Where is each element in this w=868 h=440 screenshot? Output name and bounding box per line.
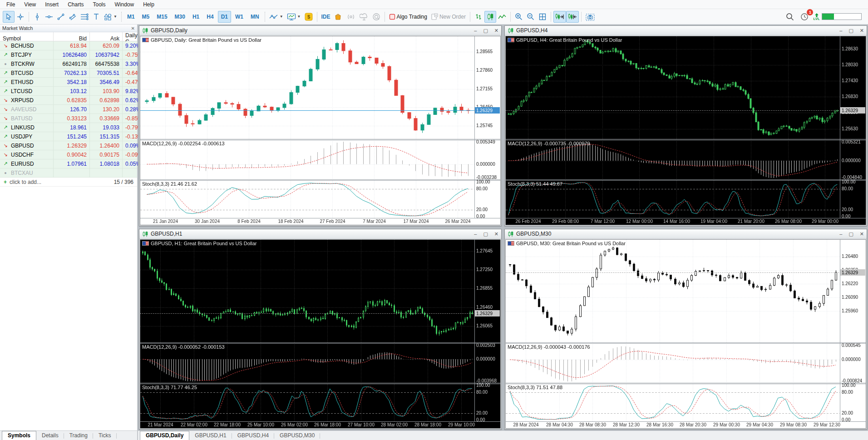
up-arrow-icon: ↗: [0, 79, 11, 85]
dollar-button[interactable]: $: [303, 11, 315, 23]
bar-chart-type-button[interactable]: [473, 11, 484, 23]
search-button[interactable]: [784, 11, 796, 23]
chart-tab-gbpusd-m30[interactable]: GBPUSD,M30: [274, 431, 320, 440]
panel-tab-symbols[interactable]: Symbols: [2, 431, 36, 440]
menu-view[interactable]: View: [20, 0, 40, 9]
timeframe-h1-button[interactable]: H1: [189, 11, 202, 23]
timeframe-w1-button[interactable]: W1: [232, 11, 247, 23]
maximize-icon[interactable]: ▢: [483, 28, 488, 34]
market-watch-row-batusd[interactable]: ↘BATUSD0.331230.33669-0.85%: [0, 114, 137, 123]
market-watch-row-gbpusd[interactable]: ↘GBPUSD1.263291.264000.09%: [0, 141, 137, 150]
market-watch-row-aaveusd[interactable]: ↘AAVEUSD126.70130.200.28%: [0, 105, 137, 114]
trendline-tool-button[interactable]: [55, 11, 67, 23]
maximize-icon[interactable]: ▢: [483, 231, 488, 237]
minimize-icon[interactable]: –: [839, 28, 842, 34]
menu-file[interactable]: File: [2, 0, 20, 9]
horizontal-line-tool-button[interactable]: [43, 11, 55, 23]
community-button[interactable]: [370, 11, 382, 23]
close-icon[interactable]: ✕: [494, 28, 498, 34]
level-indicator[interactable]: LVL: [813, 13, 820, 20]
chart-tab-gbpusd-h4[interactable]: GBPUSD,H4: [232, 431, 274, 440]
channel-tool-button[interactable]: [67, 11, 79, 23]
objects-button[interactable]: ▼: [285, 11, 303, 23]
zoom-in-button[interactable]: [513, 11, 525, 23]
ide-button[interactable]: IDE: [320, 11, 332, 23]
market-watch-footer[interactable]: + click to add... 15 / 396: [0, 178, 137, 187]
chart-window-m30-titlebar[interactable]: GBPUSD,M30 –▢✕: [505, 229, 867, 239]
market-watch-row-linkusd[interactable]: ↗LINKUSD18.96119.033-0.79%: [0, 123, 137, 132]
chart-canvas-daily[interactable]: [140, 36, 500, 225]
timeframe-d1-button[interactable]: D1: [218, 11, 231, 23]
timeframe-h4-button[interactable]: H4: [203, 11, 217, 23]
market-watch-row-xrpusd[interactable]: ↘XRPUSD0.628350.628980.62%: [0, 96, 137, 105]
algo-trading-button[interactable]: Algo Trading: [387, 11, 429, 23]
screenshot-button[interactable]: [584, 11, 597, 23]
close-icon[interactable]: ✕: [860, 231, 864, 237]
cursor-tool-button[interactable]: [3, 11, 15, 23]
timeframe-m1-button[interactable]: M1: [124, 11, 138, 23]
signals-button[interactable]: [344, 11, 358, 23]
vertical-line-tool-button[interactable]: [31, 11, 43, 23]
line-chart-type-button[interactable]: [496, 11, 508, 23]
market-watch-row-ethusd[interactable]: ↗ETHUSD3542.183546.49-0.47%: [0, 78, 137, 87]
market-watch-row-btcusd[interactable]: ↗BTCUSD70262.1370305.51-0.64%: [0, 69, 137, 78]
indicators-button[interactable]: ▼: [267, 11, 285, 23]
chart-window-h1-titlebar[interactable]: GBPUSD,H1 –▢✕: [139, 229, 501, 239]
menu-window[interactable]: Window: [110, 0, 139, 9]
chart-canvas-h4[interactable]: [506, 36, 866, 225]
market-watch-close-icon[interactable]: ✕: [131, 26, 135, 31]
market-watch-row-btckrw[interactable]: ●BTCKRW66249178664755383.30%: [0, 59, 137, 69]
timeframe-m15-button[interactable]: M15: [153, 11, 170, 23]
click-to-add-label[interactable]: click to add...: [10, 179, 41, 185]
menu-charts[interactable]: Charts: [63, 0, 88, 9]
notifications-button[interactable]: 1: [799, 11, 810, 23]
crosshair-tool-button[interactable]: [15, 11, 26, 23]
symbol-name: USDJPY: [11, 132, 54, 141]
market-watch-row-usdchf[interactable]: ↘USDCHF0.900420.90175-0.09%: [0, 150, 137, 159]
candle-chart-type-button[interactable]: [484, 11, 496, 23]
market-store-button[interactable]: [332, 11, 344, 23]
timeframe-m30-button[interactable]: M30: [172, 11, 188, 23]
menu-help[interactable]: Help: [138, 0, 159, 9]
vps-button[interactable]: [358, 11, 370, 23]
scroll-to-end-button[interactable]: [553, 11, 566, 23]
market-watch-row-usdjpy[interactable]: ↗USDJPY151.245151.315-0.13%: [0, 132, 137, 141]
maximize-icon[interactable]: ▢: [848, 231, 853, 237]
chart-canvas-m30[interactable]: [506, 240, 866, 428]
chart-window-h4-titlebar[interactable]: GBPUSD,H4 –▢✕: [505, 26, 867, 35]
up-arrow-icon: ↗: [0, 52, 11, 58]
zoom-out-button[interactable]: [525, 11, 537, 23]
panel-tab-ticks[interactable]: Ticks: [93, 431, 117, 440]
minimize-icon[interactable]: –: [839, 231, 842, 237]
tile-windows-button[interactable]: [537, 11, 548, 23]
panel-tab-trading[interactable]: Trading: [64, 431, 93, 440]
menu-insert[interactable]: Insert: [40, 0, 63, 9]
market-watch-row-bchusd[interactable]: ↘BCHUSD618.94620.099.20%: [0, 41, 137, 50]
chart-tab-gbpusd-h1[interactable]: GBPUSD,H1: [189, 431, 232, 440]
market-watch-row-btcxau[interactable]: ●BTCXAU: [0, 168, 137, 178]
timeframe-mn-button[interactable]: MN: [247, 11, 262, 23]
chart-canvas-h1[interactable]: [140, 240, 500, 428]
minimize-icon[interactable]: –: [474, 28, 477, 34]
market-watch-row-eurusd[interactable]: ↗EURUSD1.079611.080180.05%: [0, 159, 137, 168]
fibo-lines-tool-button[interactable]: [79, 11, 90, 23]
panel-tab-details[interactable]: Details: [36, 431, 64, 440]
auto-scroll-button[interactable]: [566, 11, 579, 23]
chart-client-h1: GBPUSD, H1: Great Britain Pound vs US Do…: [140, 239, 501, 429]
market-watch-row-ltcusd[interactable]: ↗LTCUSD103.12103.909.82%: [0, 87, 137, 96]
maximize-icon[interactable]: ▢: [848, 28, 853, 34]
chart-window-daily-titlebar[interactable]: GBPUSD,Daily –▢✕: [139, 26, 501, 35]
symbol-count: 15 / 396: [114, 179, 133, 185]
close-icon[interactable]: ✕: [494, 231, 498, 237]
market-watch-row-btcjpy[interactable]: ↗BTCJPY1062648010637942-0.75%: [0, 50, 137, 59]
market-watch-caption[interactable]: Market Watch ✕: [0, 25, 137, 32]
menu-tools[interactable]: Tools: [89, 0, 110, 9]
close-icon[interactable]: ✕: [860, 28, 864, 34]
minimize-icon[interactable]: –: [474, 231, 477, 237]
shapes-tool-button[interactable]: ▼: [102, 11, 119, 23]
chart-tab-gbpusd-daily[interactable]: GBPUSD,Daily: [140, 431, 189, 440]
timeframe-m5-button[interactable]: M5: [139, 11, 153, 23]
new-order-button[interactable]: New Order: [429, 11, 468, 23]
text-tool-button[interactable]: [90, 11, 102, 23]
market-watch-panel: Market Watch ✕ Symbol Bid Ask Daily C...…: [0, 25, 138, 440]
